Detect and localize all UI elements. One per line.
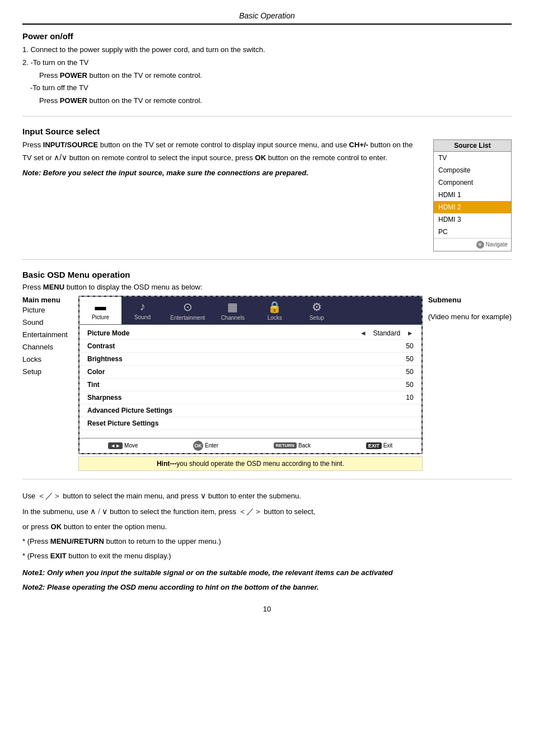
hint-bar: Hint---you should operate the OSD menu a… — [78, 456, 423, 471]
bottom-section: Use ＜／＞ button to select the main menu, … — [22, 489, 512, 594]
osd-menu-locks-label: Locks — [268, 315, 282, 321]
power-keyword-1: POWER — [60, 71, 87, 80]
locks-icon: 🔒 — [268, 300, 282, 314]
power-step2: 2. -To turn on the TV — [22, 57, 512, 69]
osd-menu-sound-label: Sound — [134, 314, 151, 320]
up-down-symbol2: ∧ / ∨ — [90, 507, 107, 516]
input-source-note: Note: Before you select the input source… — [22, 167, 422, 179]
nav-note1: * (Press MENU/RETURN button to return to… — [22, 535, 512, 548]
exit-btn-icon: EXIT — [366, 442, 382, 449]
power-title: Power on/off — [22, 31, 512, 41]
source-list-item-hdmi1: HDMI 1 — [434, 189, 511, 201]
osd-color-label: Color — [87, 368, 397, 376]
ch-keyword: CH+/- — [349, 141, 368, 149]
osd-section: Basic OSD Menu operation Press MENU butt… — [22, 270, 512, 479]
osd-brightness-label: Brightness — [87, 355, 397, 363]
source-list-item-component: Component — [434, 176, 511, 189]
osd-menu-entertainment-label: Entertainment — [170, 315, 205, 321]
osd-menu-keyword: MENU — [43, 283, 64, 291]
left-right-symbol2: ＜／＞ — [238, 507, 262, 516]
source-list-box: Source List TV Composite Component HDMI … — [433, 139, 512, 251]
source-list-navigate: ⊕ Navigate — [434, 238, 511, 251]
osd-btn-enter: OK Enter — [193, 441, 218, 451]
main-menu-item-entertainment: Entertainment — [22, 329, 73, 341]
osd-submenu: Picture Mode ◄ Standard ► Contrast 50 Br… — [79, 325, 421, 438]
source-list-item-hdmi2: HDMI 2 — [434, 201, 511, 213]
setup-icon: ⚙ — [312, 300, 322, 314]
hint-text: Hint---you should operate the OSD menu a… — [157, 460, 344, 468]
main-menu-item-locks: Locks — [22, 353, 73, 366]
main-menu-item-picture: Picture — [22, 304, 73, 316]
osd-btn-exit: EXIT Exit — [366, 441, 393, 451]
osd-advanced-label: Advanced Picture Settings — [87, 407, 414, 414]
osd-contrast-label: Contrast — [87, 342, 397, 350]
osd-menu-channels-label: Channels — [221, 315, 245, 321]
right-arrow-icon: ► — [407, 329, 414, 337]
osd-row-picture-mode-label: Picture Mode — [87, 329, 360, 337]
up-down-symbol: ∧/∨ — [54, 153, 67, 162]
osd-menu-picture: ▬ Picture — [79, 297, 121, 324]
page-number: 10 — [22, 605, 512, 613]
hint-bold: Hint--- — [157, 460, 176, 468]
main-menu-label: Main menu Picture Sound Entertainment Ch… — [22, 296, 73, 379]
power-step1: 1. Connect to the power supply with the … — [22, 44, 512, 56]
osd-brightness-value: 50 — [397, 355, 414, 363]
navigate-icon: ⊕ — [476, 241, 484, 249]
main-menu-item-sound: Sound — [22, 316, 73, 329]
osd-sharpness-value: 10 — [397, 394, 414, 402]
osd-picture-mode-value: Standard — [370, 329, 404, 337]
left-right-symbol: ＜／＞ — [38, 492, 61, 500]
nav-line2: In the submenu, use ∧ / ∨ button to sele… — [22, 505, 512, 519]
osd-intro: Press MENU button to display the OSD men… — [22, 283, 512, 291]
power-section: Power on/off 1. Connect to the power sup… — [22, 31, 512, 116]
power-turn-off: Press POWER button on the TV or remote c… — [22, 95, 512, 107]
channels-icon: ▦ — [227, 300, 238, 314]
down-symbol: ∨ — [200, 492, 206, 500]
power-turn-on: Press POWER button on the TV or remote c… — [22, 70, 512, 82]
osd-row-tint: Tint 50 — [79, 379, 421, 391]
osd-layout: Main menu Picture Sound Entertainment Ch… — [22, 296, 512, 471]
osd-menu-locks: 🔒 Locks — [254, 297, 296, 324]
osd-row-brightness: Brightness 50 — [79, 353, 421, 366]
menu-return-keyword: MENU/RETURN — [50, 537, 104, 545]
nav-line3: or press OK button to enter the option m… — [22, 521, 512, 533]
osd-btn-exit-label: Exit — [383, 442, 393, 449]
osd-menu-picture-label: Picture — [92, 314, 109, 320]
osd-row-picture-mode: Picture Mode ◄ Standard ► — [79, 327, 421, 340]
main-menu-item-channels: Channels — [22, 341, 73, 353]
osd-menu-entertainment: ⊙ Entertainment — [163, 297, 212, 324]
osd-row-advanced: Advanced Picture Settings — [79, 404, 421, 417]
picture-icon: ▬ — [95, 300, 106, 313]
osd-row-picture-mode-ctrl: ◄ Standard ► — [360, 329, 414, 337]
input-source-title: Input Source select — [22, 127, 512, 136]
power-turn-off-prefix: -To turn off the TV — [22, 82, 512, 94]
exit-keyword: EXIT — [50, 552, 67, 560]
submenu-title: Submenu — [428, 296, 512, 304]
osd-btn-back-label: Back — [298, 442, 311, 449]
input-note-text: Note: Before you select the input source… — [22, 169, 308, 177]
submenu-note: (Video menu for example) — [428, 312, 512, 321]
osd-menu-setup-label: Setup — [310, 315, 324, 321]
osd-row-color: Color 50 — [79, 366, 421, 379]
input-source-section: Input Source select Press INPUT/SOURCE b… — [22, 127, 512, 260]
osd-tint-label: Tint — [87, 381, 397, 389]
osd-row-reset: Reset Picture Settings — [79, 417, 421, 430]
navigate-label: Navigate — [486, 241, 508, 248]
osd-reset-label: Reset Picture Settings — [87, 419, 414, 427]
osd-color-value: 50 — [397, 368, 414, 376]
osd-btn-back: RETURN Back — [274, 441, 311, 451]
osd-screen: ▬ Picture ♪ Sound ⊙ Entertainment ▦ Chan… — [78, 296, 423, 454]
osd-spacer — [79, 430, 421, 436]
osd-contrast-value: 50 — [397, 342, 414, 350]
main-menu-item-setup: Setup — [22, 366, 73, 378]
return-btn-icon: RETURN — [274, 442, 297, 449]
ok-text: OK — [51, 522, 62, 531]
osd-menu-sound: ♪ Sound — [121, 297, 163, 324]
osd-btn-move: ◄► Move — [108, 441, 138, 451]
osd-menu-setup: ⚙ Setup — [296, 297, 338, 324]
source-list-item-pc: PC — [434, 226, 511, 238]
sound-icon: ♪ — [140, 300, 146, 313]
note1-text: Note1: Only when you input the suitable … — [22, 568, 393, 577]
power-keyword-2: POWER — [60, 96, 87, 105]
source-list-title: Source List — [434, 140, 511, 152]
